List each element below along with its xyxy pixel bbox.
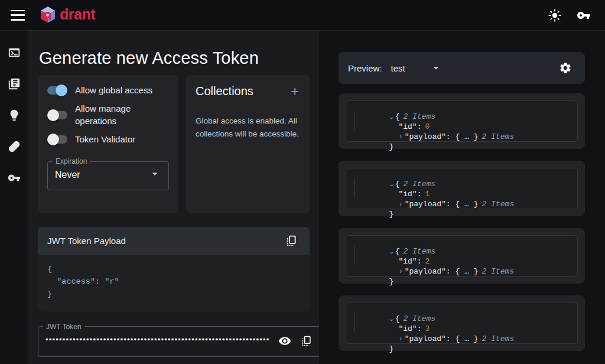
- theme-toggle-button[interactable]: [545, 5, 565, 25]
- json-payload-key: "payload":: [405, 267, 456, 276]
- items-count: 2 Items: [482, 334, 514, 343]
- token-options-card: Allow global access Allow manage operati…: [38, 75, 178, 213]
- json-id-key: "id":: [398, 122, 421, 131]
- code-line: "access": "r": [47, 276, 300, 288]
- preview-record-card: ›{2 Items "id":0 ›"payload": { … }2 Item…: [339, 93, 585, 149]
- jwt-payload-editor[interactable]: { "access": "r" }: [38, 255, 310, 311]
- toggle-row-token-validator: Token Validator: [47, 134, 169, 145]
- items-count: 2 Items: [403, 180, 435, 188]
- collections-card: Collections + Global access is enabled. …: [186, 75, 310, 213]
- json-payload-collapsed: { … }: [455, 334, 478, 343]
- json-payload-collapsed: { … }: [455, 200, 478, 209]
- json-payload-collapsed: { … }: [455, 132, 478, 141]
- json-close-brace: }: [389, 210, 393, 219]
- indent-guide: [354, 178, 355, 198]
- json-payload-collapsed: { … }: [455, 267, 478, 276]
- collections-title: Collections: [196, 84, 253, 98]
- preview-record-card: ›{2 Items "id":2 ›"payload": { … }2 Item…: [339, 228, 585, 284]
- preview-settings-button[interactable]: [555, 58, 575, 78]
- expiration-value: Never: [55, 170, 80, 180]
- items-count: 2 Items: [403, 247, 435, 256]
- toggle-row-global-access: Allow global access: [47, 84, 169, 96]
- expand-icon[interactable]: ›: [398, 334, 402, 344]
- collections-message: Global access is enabled. All collection…: [196, 115, 300, 140]
- json-id-key: "id":: [398, 324, 421, 333]
- json-record-viewer: ›{2 Items "id":0 ›"payload": { … }2 Item…: [346, 100, 578, 142]
- items-count: 2 Items: [482, 132, 514, 141]
- manage-operations-toggle[interactable]: [47, 109, 67, 121]
- json-id-value: 1: [425, 190, 430, 199]
- json-record-viewer: ›{2 Items "id":3 ›"payload": { … }2 Item…: [346, 303, 578, 344]
- sidebar-item-console[interactable]: [4, 43, 24, 63]
- show-token-button[interactable]: [277, 333, 292, 349]
- key-icon: [8, 171, 21, 184]
- json-id-value: 0: [425, 122, 430, 131]
- json-id-key: "id":: [398, 257, 421, 266]
- jwt-payload-title: JWT Token Payload: [47, 236, 126, 246]
- sidebar-item-access-tokens[interactable]: [4, 168, 24, 188]
- json-record-viewer: ›{2 Items "id":2 ›"payload": { … }2 Item…: [346, 235, 578, 277]
- page-title: Generate new Access Token: [39, 48, 310, 68]
- json-payload-key: "payload":: [405, 200, 456, 209]
- code-line: {: [47, 264, 300, 276]
- preview-label: Preview:: [348, 63, 382, 73]
- expand-icon[interactable]: ›: [398, 267, 402, 277]
- key-icon: [577, 8, 591, 22]
- toggle-label: Allow manage operations: [75, 103, 169, 127]
- items-count: 2 Items: [403, 314, 435, 323]
- chevron-down-icon: [148, 167, 161, 183]
- preview-collection-select[interactable]: test: [391, 62, 442, 74]
- collapse-icon[interactable]: ›: [386, 251, 396, 255]
- copy-token-button[interactable]: [300, 334, 314, 348]
- json-close-brace: }: [389, 344, 393, 353]
- items-count: 2 Items: [482, 200, 514, 209]
- sidebar-nav: [0, 31, 28, 364]
- expand-icon[interactable]: ›: [398, 200, 402, 210]
- json-id-key: "id":: [398, 190, 421, 199]
- add-collection-button[interactable]: +: [290, 86, 300, 98]
- json-payload-key: "payload":: [405, 334, 456, 343]
- sidebar-item-tutorial[interactable]: [4, 105, 24, 125]
- token-form-panel: Generate new Access Token Allow global a…: [28, 31, 319, 364]
- sidebar-item-datasets[interactable]: [4, 136, 24, 157]
- expiration-select[interactable]: Expiration Never: [47, 157, 169, 190]
- json-id-value: 2: [425, 257, 430, 266]
- jwt-payload-card: JWT Token Payload { "access": "r" }: [38, 227, 310, 311]
- api-key-button[interactable]: [573, 5, 594, 26]
- global-access-toggle[interactable]: [47, 84, 67, 96]
- preview-record-card: ›{2 Items "id":3 ›"payload": { … }2 Item…: [339, 295, 585, 351]
- items-count: 2 Items: [482, 267, 514, 276]
- collapse-icon[interactable]: ›: [386, 116, 396, 120]
- datasets-icon: [8, 140, 21, 153]
- sidebar-item-collections[interactable]: [4, 74, 24, 94]
- token-preview-panel: Preview: test ›{2 Items "id":0: [319, 31, 605, 364]
- toggle-label: Token Validator: [75, 134, 135, 145]
- token-validator-toggle[interactable]: [47, 134, 67, 145]
- brand-text: drant: [60, 6, 95, 23]
- preview-collection-value: test: [391, 63, 405, 73]
- qdrant-logo[interactable]: drant: [39, 6, 95, 25]
- code-line: }: [47, 288, 300, 301]
- terminal-icon: [8, 46, 21, 59]
- toggle-label: Allow global access: [75, 84, 152, 96]
- json-record-viewer: ›{2 Items "id":1 ›"payload": { … }2 Item…: [346, 168, 578, 209]
- collapse-icon[interactable]: ›: [386, 183, 396, 187]
- expand-icon[interactable]: ›: [398, 132, 402, 142]
- jwt-token-label: JWT Token: [43, 323, 84, 331]
- json-payload-key: "payload":: [405, 132, 456, 141]
- indent-guide: [354, 246, 355, 265]
- qdrant-hexagon-icon: [39, 6, 57, 25]
- preview-toolbar: Preview: test: [339, 52, 585, 84]
- toggle-row-manage-operations: Allow manage operations: [47, 103, 169, 127]
- indent-guide: [354, 313, 355, 333]
- jwt-token-masked-value[interactable]: ••••••••••••••••••••••••••••••••••••••••…: [45, 335, 270, 344]
- copy-payload-button[interactable]: [282, 231, 301, 251]
- copy-icon: [285, 235, 298, 247]
- chevron-down-icon: [430, 62, 442, 74]
- indent-guide: [354, 111, 355, 131]
- hamburger-menu-icon[interactable]: [11, 10, 25, 21]
- eye-icon: [278, 334, 291, 347]
- expiration-label: Expiration: [53, 157, 90, 165]
- collapse-icon[interactable]: ›: [386, 318, 396, 322]
- items-count: 2 Items: [403, 112, 435, 121]
